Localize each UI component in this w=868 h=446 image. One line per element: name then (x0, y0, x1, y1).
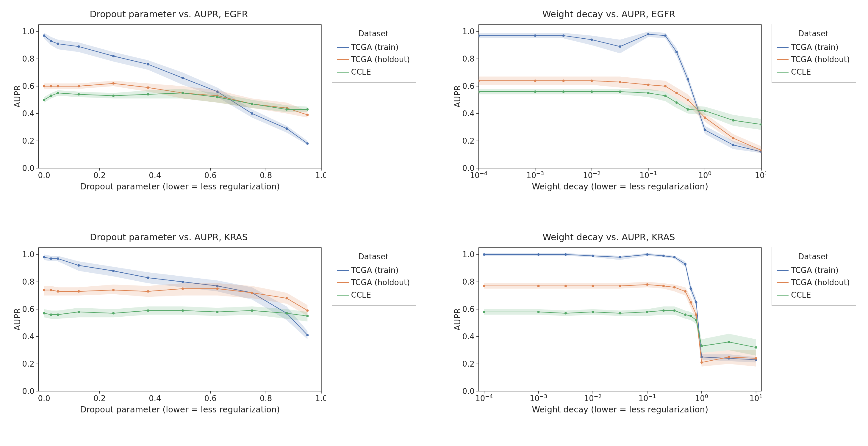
data-point (619, 91, 621, 93)
data-point (50, 40, 52, 42)
data-point (704, 116, 706, 119)
legend: DatasetTCGA (train)TCGA (holdout)CCLE (772, 24, 856, 83)
data-point (675, 51, 678, 53)
ytick-label: 0.2 (22, 136, 34, 145)
data-point (216, 311, 219, 313)
data-point (477, 34, 480, 37)
legend-label: TCGA (train) (791, 264, 839, 277)
data-point (285, 312, 288, 315)
xtick-label: 0.8 (260, 171, 272, 180)
ytick-label: 0.6 (462, 305, 474, 314)
subplot-egfr-dropout: Dropout parameter vs. AUPR, EGFR0.00.20.… (12, 9, 416, 214)
xtick-label: 0.6 (205, 394, 217, 403)
data-point (695, 301, 697, 304)
legend-item: CCLE (337, 289, 410, 302)
xtick-label: 1.0 (315, 171, 326, 180)
data-point (562, 79, 564, 82)
ytick-label: 0.8 (462, 277, 474, 286)
ytick-label: 0.4 (22, 109, 34, 118)
legend-label: TCGA (train) (791, 41, 839, 54)
data-point (285, 108, 288, 111)
data-point (78, 85, 80, 88)
ytick-label: 1.0 (462, 250, 474, 259)
data-point (537, 311, 539, 313)
ytick-label: 0.6 (462, 82, 474, 91)
xlabel: Dropout parameter (lower = less regulari… (80, 182, 280, 192)
legend-swatch (337, 59, 349, 60)
data-point (727, 341, 730, 343)
data-point (477, 79, 480, 82)
xtick-label: 0.4 (149, 171, 161, 180)
xtick-label: 101 (755, 170, 766, 180)
xtick-label: 10−4 (470, 170, 487, 180)
data-point (647, 33, 649, 35)
legend-item: CCLE (777, 289, 850, 302)
legend-label: CCLE (791, 66, 811, 78)
data-point (50, 258, 52, 260)
data-point (251, 292, 253, 294)
subplot-kras-dropout: Dropout parameter vs. AUPR, KRAS0.00.20.… (12, 232, 416, 437)
ytick-label: 0.8 (462, 55, 474, 63)
data-point (251, 103, 253, 105)
legend-label: TCGA (train) (351, 264, 399, 277)
ytick-label: 0.0 (22, 164, 34, 173)
ci-band (44, 80, 307, 117)
legend-item: CCLE (777, 66, 850, 78)
xtick-label: 0.6 (205, 171, 217, 180)
data-point (147, 93, 149, 96)
data-point (251, 309, 253, 312)
data-point (57, 92, 59, 94)
ylabel: AUPR (452, 308, 462, 331)
data-point (182, 281, 184, 283)
data-point (147, 277, 149, 279)
data-point (50, 313, 52, 316)
legend-item: TCGA (holdout) (777, 277, 850, 289)
data-point (684, 263, 686, 265)
axes: 0.00.20.40.60.81.010−410−310−210−1100101… (452, 22, 766, 196)
figure-grid: Dropout parameter vs. AUPR, EGFR0.00.20.… (0, 0, 868, 446)
data-point (78, 45, 80, 48)
legend-label: CCLE (351, 289, 371, 302)
data-point (564, 253, 566, 256)
ylabel: AUPR (12, 308, 22, 331)
data-point (57, 42, 59, 45)
legend-swatch (777, 295, 788, 296)
legend-item: TCGA (train) (337, 41, 410, 54)
data-point (112, 82, 115, 85)
data-point (537, 253, 539, 256)
xtick-label: 101 (749, 393, 762, 403)
data-point (664, 85, 666, 88)
data-point (664, 95, 666, 97)
axes: 0.00.20.40.60.81.010−410−310−210−1100101… (452, 245, 766, 419)
data-point (662, 285, 664, 287)
xtick-label: 10−3 (529, 393, 547, 403)
data-point (704, 129, 706, 131)
legend-title: Dataset (337, 28, 410, 40)
data-point (43, 289, 45, 291)
data-point (43, 312, 45, 315)
data-point (306, 315, 309, 317)
legend-label: TCGA (holdout) (351, 277, 410, 289)
xtick-label: 10−2 (583, 170, 600, 180)
plot-title: Dropout parameter vs. AUPR, KRAS (12, 232, 326, 242)
data-point (619, 312, 621, 315)
data-point (534, 91, 536, 93)
data-point (534, 79, 536, 82)
data-point (50, 95, 52, 97)
data-point (686, 78, 689, 80)
data-point (646, 283, 648, 286)
xlabel: Weight decay (lower = less regularizatio… (532, 182, 708, 192)
data-point (57, 313, 59, 316)
ytick-label: 1.0 (22, 250, 34, 259)
axes: 0.00.20.40.60.81.00.00.20.40.60.81.0AUPR… (12, 22, 326, 196)
xtick-label: 10−4 (475, 393, 493, 403)
data-point (50, 289, 52, 291)
data-point (147, 309, 149, 312)
data-point (689, 287, 692, 290)
legend-label: CCLE (791, 289, 811, 302)
data-point (43, 34, 45, 37)
xtick-label: 100 (695, 393, 708, 403)
data-point (704, 110, 706, 112)
data-point (78, 264, 80, 267)
data-point (43, 99, 45, 101)
